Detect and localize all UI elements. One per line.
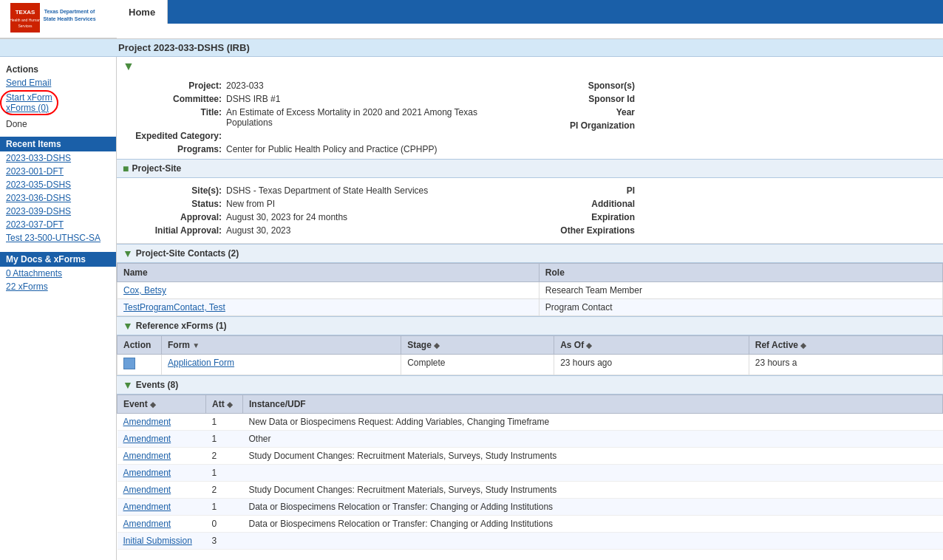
xforms-table-header: Action Form ▼ Stage ◆ As Of ◆ Ref Active… bbox=[118, 336, 943, 355]
contacts-row: Cox, Betsy Research Team Member bbox=[118, 282, 943, 299]
event-instance bbox=[243, 533, 943, 550]
project-site-header: ■ Project-Site bbox=[117, 159, 943, 178]
pi-org-label: PI Organization bbox=[536, 120, 639, 131]
approval-value[interactable]: August 30, 2023 for 24 months bbox=[226, 212, 347, 222]
send-email-link[interactable]: Send Email bbox=[0, 76, 116, 89]
attachments-link[interactable]: 0 Attachments bbox=[6, 268, 62, 279]
project-label: Project: bbox=[123, 81, 226, 91]
status-row: Status: New from PI bbox=[123, 197, 524, 211]
xforms-action-cell bbox=[118, 355, 162, 375]
pi-org-row: PI Organization bbox=[536, 119, 937, 132]
event-type[interactable]: Amendment bbox=[118, 499, 206, 516]
xforms-toggle[interactable]: ▼ bbox=[123, 320, 133, 332]
recent-item-4[interactable]: 2023-039-DSHS bbox=[0, 205, 116, 218]
event-att: 3 bbox=[206, 533, 243, 550]
sites-value: DSHS - Texas Department of State Health … bbox=[226, 185, 428, 196]
event-att: 1 bbox=[206, 414, 243, 431]
events-row: Amendment 1 bbox=[118, 465, 943, 482]
top-nav: Home bbox=[117, 0, 943, 24]
events-col-event[interactable]: Event ◆ bbox=[118, 395, 206, 414]
logo-area: TEXAS Health and Human Services Texas De… bbox=[0, 0, 117, 38]
recent-item-6[interactable]: Test 23-500-UTHSC-SA bbox=[0, 231, 116, 245]
sponsor-id-row: Sponsor Id bbox=[536, 92, 937, 106]
year-label: Year bbox=[536, 107, 639, 117]
events-toggle[interactable]: ▼ bbox=[123, 379, 133, 391]
events-row: Amendment 1 New Data or Biospecimens Req… bbox=[118, 414, 943, 431]
project-site-toggle[interactable]: ■ bbox=[123, 163, 129, 174]
recent-item-1[interactable]: 2023-001-DFT bbox=[0, 165, 116, 178]
programs-label: Programs: bbox=[123, 144, 226, 154]
expedited-label: Expedited Category: bbox=[123, 131, 226, 141]
committee-label: Committee: bbox=[123, 94, 226, 104]
pi-label: PI bbox=[536, 185, 639, 196]
page-header: Project 2023-033-DSHS (IRB) bbox=[0, 39, 943, 57]
contacts-col-role[interactable]: Role bbox=[539, 264, 942, 282]
event-att: 1 bbox=[206, 499, 243, 516]
xforms-count-link[interactable]: xForms (0) bbox=[6, 103, 52, 113]
event-type[interactable]: Initial Submission bbox=[118, 533, 206, 550]
contacts-col-name[interactable]: Name bbox=[118, 264, 539, 282]
xforms-col-form[interactable]: Form ▼ bbox=[162, 336, 401, 355]
app-wrapper: TEXAS Health and Human Services Texas De… bbox=[0, 0, 943, 560]
xforms-action-icon[interactable] bbox=[123, 358, 135, 369]
xforms-form-cell[interactable]: Application Form bbox=[162, 355, 401, 375]
project-site-grid: Site(s): DSHS - Texas Department of Stat… bbox=[117, 181, 943, 240]
start-xform-link[interactable]: Start xForm bbox=[6, 92, 52, 103]
event-type[interactable]: Amendment bbox=[118, 516, 206, 533]
recent-item-2[interactable]: 2023-035-DSHS bbox=[0, 178, 116, 191]
event-instance: New Data or Biospecimens Request: Adding… bbox=[243, 414, 943, 431]
initial-approval-row: Initial Approval: August 30, 2023 bbox=[123, 224, 524, 237]
xforms-table: Action Form ▼ Stage ◆ As Of ◆ Ref Active… bbox=[117, 335, 943, 375]
xforms-stat: 22 xForms bbox=[0, 280, 116, 293]
xforms-row: Application Form Complete 23 hours ago 2… bbox=[118, 355, 943, 375]
xforms-link[interactable]: 22 xForms bbox=[6, 281, 48, 292]
contacts-toggle[interactable]: ▼ bbox=[123, 247, 133, 259]
contacts-row: TestProgramContact, Test Program Contact bbox=[118, 299, 943, 316]
contact-role: Research Team Member bbox=[539, 282, 942, 299]
contact-name[interactable]: TestProgramContact, Test bbox=[118, 299, 539, 316]
main-layout: Actions Send Email Start xForm xForms (0… bbox=[0, 57, 943, 560]
event-att: 1 bbox=[206, 465, 243, 482]
recent-item-0[interactable]: 2023-033-DSHS bbox=[0, 151, 116, 165]
project-info: Project: 2023-033 Committee: DSHS IRB #1… bbox=[117, 76, 943, 159]
event-type[interactable]: Amendment bbox=[118, 465, 206, 482]
xforms-col-ref-active[interactable]: Ref Active ◆ bbox=[749, 336, 942, 355]
sites-row: Site(s): DSHS - Texas Department of Stat… bbox=[123, 184, 524, 197]
event-instance: Data or Biospecimens Relocation or Trans… bbox=[243, 499, 943, 516]
actions-title: Actions bbox=[0, 60, 116, 76]
title-row: Title: An Estimate of Excess Mortality i… bbox=[123, 106, 524, 129]
event-type[interactable]: Amendment bbox=[118, 448, 206, 465]
events-col-att[interactable]: Att ◆ bbox=[206, 395, 243, 414]
event-type[interactable]: Amendment bbox=[118, 431, 206, 448]
svg-text:Services: Services bbox=[18, 24, 33, 28]
event-type[interactable]: Amendment bbox=[118, 482, 206, 499]
status-label: Status: bbox=[123, 199, 226, 209]
xforms-col-stage[interactable]: Stage ◆ bbox=[401, 336, 554, 355]
done-link[interactable]: Done bbox=[0, 116, 116, 132]
approval-row: Approval: August 30, 2023 for 24 months bbox=[123, 211, 524, 224]
year-row: Year bbox=[536, 106, 937, 119]
recent-item-5[interactable]: 2023-037-DFT bbox=[0, 218, 116, 231]
event-att: 0 bbox=[206, 516, 243, 533]
recent-item-3[interactable]: 2023-036-DSHS bbox=[0, 191, 116, 205]
xforms-col-as-of[interactable]: As Of ◆ bbox=[554, 336, 749, 355]
expand-toggle[interactable]: ▼ bbox=[117, 57, 943, 76]
contacts-table-header: Name Role bbox=[118, 264, 943, 282]
recent-items-header: Recent Items bbox=[0, 137, 116, 151]
programs-value[interactable]: Center for Public Health Policy and Prac… bbox=[226, 144, 437, 154]
title-label: Title: bbox=[123, 107, 226, 117]
events-table-header: Event ◆ Att ◆ Instance/UDF bbox=[118, 395, 943, 414]
committee-row: Committee: DSHS IRB #1 bbox=[123, 92, 524, 106]
events-row: Amendment 0 Data or Biospecimens Relocat… bbox=[118, 516, 943, 533]
additional-label: Additional bbox=[536, 199, 639, 209]
events-row: Amendment 2 Study Document Changes: Recr… bbox=[118, 448, 943, 465]
event-type[interactable]: Amendment bbox=[118, 414, 206, 431]
xforms-stage-cell: Complete bbox=[401, 355, 554, 375]
project-row: Project: 2023-033 bbox=[123, 79, 524, 92]
contacts-title: Project-Site Contacts (2) bbox=[136, 248, 239, 259]
project-value: 2023-033 bbox=[226, 81, 264, 91]
event-att: 2 bbox=[206, 482, 243, 499]
sponsor-id-label: Sponsor Id bbox=[536, 94, 639, 104]
home-tab[interactable]: Home bbox=[117, 0, 168, 24]
contact-name[interactable]: Cox, Betsy bbox=[118, 282, 539, 299]
